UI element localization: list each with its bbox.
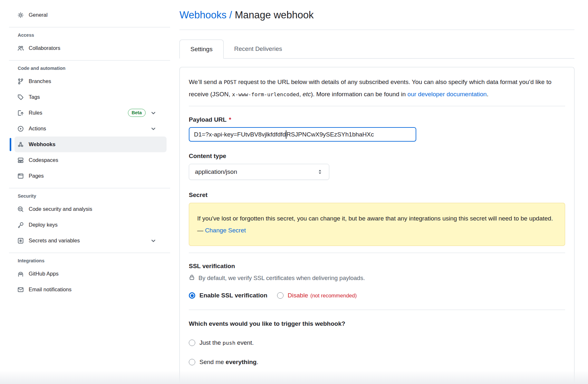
sidebar-item-github-apps[interactable]: GitHub Apps	[14, 266, 167, 282]
sidebar-item-label: Rules	[29, 110, 42, 116]
sidebar-item-collaborators[interactable]: Collaborators	[14, 40, 167, 56]
text-run: everything	[226, 359, 256, 365]
send-everything-label: Send me everything.	[199, 359, 258, 366]
sidebar-item-label: Secrets and variables	[29, 238, 80, 244]
sidebar-item-label: Branches	[29, 78, 51, 84]
sidebar-item-label: Deploy keys	[29, 222, 58, 228]
webhook-settings-panel: We’ll send a POST request to the URL bel…	[179, 67, 574, 384]
key-icon	[17, 222, 24, 228]
text-run: We’ll send a	[189, 79, 224, 85]
lock-icon	[189, 274, 195, 282]
main-content: Webhooks / Manage webhook Settings Recen…	[179, 0, 574, 384]
section-divider	[189, 253, 565, 253]
sidebar-item-label: Tags	[29, 94, 40, 100]
just-push-radio[interactable]	[189, 340, 195, 346]
enable-ssl-radio[interactable]	[189, 292, 195, 299]
sidebar-divider	[9, 253, 170, 253]
sidebar-item-email-notifications[interactable]: Email notifications	[14, 282, 167, 297]
code-scan-icon	[17, 206, 24, 212]
sidebar-item-secrets-and-variables[interactable]: Secrets and variables	[14, 233, 167, 248]
rules-icon	[17, 110, 24, 116]
sidebar-item-branches[interactable]: Branches	[14, 73, 167, 89]
gear-icon	[17, 12, 24, 18]
ssl-note: By default, we verify SSL certificates w…	[189, 274, 565, 282]
sidebar-item-label: Collaborators	[29, 45, 60, 51]
content-type-label: Content type	[189, 153, 565, 160]
section-divider	[189, 310, 565, 310]
sidebar-item-label: Codespaces	[29, 157, 58, 163]
webhook-icon	[17, 141, 24, 148]
git-branch-icon	[17, 78, 24, 85]
sidebar-item-codespaces[interactable]: Codespaces	[14, 152, 167, 168]
browser-icon	[17, 173, 24, 179]
sidebar-item-label: GitHub Apps	[29, 271, 59, 277]
text-run: ,	[299, 91, 303, 98]
inline-link[interactable]: our developer documentation	[408, 91, 487, 98]
secret-label: Secret	[189, 192, 565, 199]
content-type-select[interactable]: application/json	[189, 164, 329, 180]
mail-icon	[17, 286, 24, 293]
sidebar-divider	[9, 60, 170, 61]
sidebar-item-webhooks[interactable]: Webhooks	[14, 136, 167, 152]
breadcrumb-webhooks-link[interactable]: Webhooks /	[179, 9, 232, 21]
payload-url-label: Payload URL*	[189, 116, 565, 123]
disable-ssl-radio[interactable]	[277, 292, 284, 299]
tab-recent-deliveries[interactable]: Recent Deliveries	[224, 40, 293, 58]
required-asterisk: *	[229, 116, 231, 123]
events-heading: Which events would you like to trigger t…	[189, 320, 565, 327]
text-run: ). More information can be found in	[311, 91, 408, 98]
ssl-note-text: By default, we verify SSL certificates w…	[198, 275, 365, 282]
sidebar-item-label: Code security and analysis	[29, 206, 92, 212]
sidebar-section-header-code-and-automation: Code and automation	[18, 66, 167, 71]
sidebar-item-label: Actions	[29, 126, 46, 132]
disable-ssl-note: (not recommended)	[310, 293, 357, 299]
payload-url-value-after-caret: RSJPNCwX9ySEzSYh1bhaHXc	[286, 131, 374, 138]
sidebar-item-label: Email notifications	[29, 286, 72, 293]
sidebar-divider	[9, 188, 170, 188]
chevron-down-icon	[150, 238, 157, 244]
text-run: push	[223, 340, 236, 346]
chevron-down-icon	[150, 110, 157, 116]
people-icon	[17, 45, 24, 52]
sidebar-item-deploy-keys[interactable]: Deploy keys	[14, 217, 167, 233]
sidebar-item-rules[interactable]: RulesBeta	[14, 105, 167, 121]
content-type-selected-value: application/json	[195, 168, 237, 175]
sidebar-item-general[interactable]: General	[14, 7, 167, 23]
event-option-everything: Send me everything.	[189, 359, 565, 366]
text-run: .	[487, 91, 488, 98]
secret-warning-box: If you've lost or forgotten this secret,…	[189, 203, 565, 246]
codespaces-icon	[17, 157, 24, 164]
just-push-label: Just the push event.	[199, 339, 254, 346]
select-arrows-icon	[317, 169, 323, 175]
text-run: Just the	[199, 339, 223, 346]
sidebar-item-pages[interactable]: Pages	[14, 168, 167, 184]
sidebar-divider	[9, 27, 170, 27]
enable-ssl-label: Enable SSL verification	[199, 292, 267, 299]
text-run: If you've lost or forgotten this secret,…	[197, 215, 553, 234]
text-run: etc	[303, 91, 311, 98]
ssl-verification-heading: SSL verification	[189, 263, 565, 270]
payload-url-input[interactable]: D1=?x-api-key=FUtvBV8vjlkfdfdfdRSJPNCwX9…	[189, 127, 416, 142]
event-option-just-push: Just the push event.	[189, 339, 565, 346]
sidebar-item-label: Pages	[29, 173, 44, 179]
text-run: Send me	[199, 359, 226, 365]
send-everything-radio[interactable]	[189, 359, 195, 365]
intro-text: We’ll send a POST request to the URL bel…	[189, 76, 565, 100]
sidebar-item-code-security-and-analysis[interactable]: Code security and analysis	[14, 201, 167, 217]
tag-icon	[17, 94, 24, 100]
inline-link[interactable]: Change Secret	[205, 227, 246, 234]
sidebar-section-header-integrations: Integrations	[18, 258, 167, 263]
ssl-radio-group: Enable SSL verification Disable (not rec…	[189, 292, 565, 299]
sidebar-item-actions[interactable]: Actions	[14, 121, 167, 136]
tab-settings[interactable]: Settings	[179, 40, 224, 59]
page-title: Webhooks / Manage webhook	[179, 9, 574, 22]
sidebar-item-tags[interactable]: Tags	[14, 89, 167, 105]
sidebar-item-label: General	[29, 12, 48, 18]
text-run: event.	[236, 339, 254, 346]
payload-url-value-before-caret: D1=?x-api-key=FUtvBV8vjlkfdfdfd	[194, 131, 286, 138]
text-run: x-www-form-urlencoded	[232, 91, 299, 98]
settings-sidebar: GeneralAccessCollaboratorsCode and autom…	[7, 7, 167, 297]
page-title-current: Manage webhook	[235, 9, 314, 21]
beta-badge: Beta	[128, 109, 146, 117]
text-run: POST	[224, 79, 236, 85]
